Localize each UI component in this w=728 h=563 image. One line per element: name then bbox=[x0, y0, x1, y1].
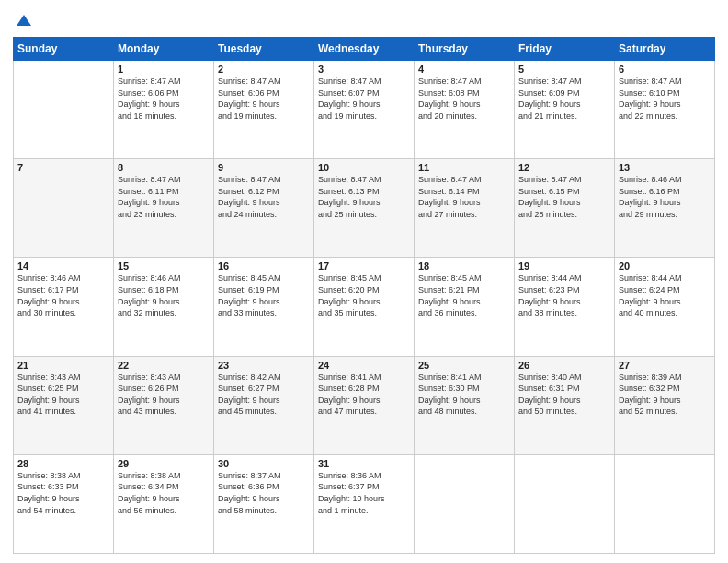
day-info: Sunrise: 8:47 AMSunset: 6:10 PMDaylight:… bbox=[619, 75, 711, 121]
calendar-cell: 22Sunrise: 8:43 AMSunset: 6:26 PMDayligh… bbox=[114, 356, 214, 454]
calendar-cell: 18Sunrise: 8:45 AMSunset: 6:21 PMDayligh… bbox=[415, 258, 515, 356]
calendar-cell: 9Sunrise: 8:47 AMSunset: 6:12 PMDaylight… bbox=[214, 159, 314, 258]
day-number: 7 bbox=[17, 162, 109, 173]
svg-marker-0 bbox=[17, 15, 31, 26]
calendar-cell: 24Sunrise: 8:41 AMSunset: 6:28 PMDayligh… bbox=[314, 356, 415, 454]
day-number: 12 bbox=[518, 162, 610, 173]
day-number: 11 bbox=[418, 162, 510, 173]
calendar-cell: 30Sunrise: 8:37 AMSunset: 6:36 PMDayligh… bbox=[214, 454, 314, 553]
logo-icon bbox=[15, 13, 33, 31]
day-number: 28 bbox=[17, 458, 109, 469]
day-number: 23 bbox=[218, 360, 310, 371]
day-info: Sunrise: 8:39 AMSunset: 6:32 PMDaylight:… bbox=[619, 372, 711, 418]
day-number: 2 bbox=[218, 63, 310, 75]
header-sunday: Sunday bbox=[14, 38, 114, 61]
day-info: Sunrise: 8:38 AMSunset: 6:33 PMDaylight:… bbox=[17, 470, 109, 516]
calendar-cell: 23Sunrise: 8:42 AMSunset: 6:27 PMDayligh… bbox=[214, 356, 314, 454]
header-tuesday: Tuesday bbox=[214, 38, 314, 61]
calendar-cell: 25Sunrise: 8:41 AMSunset: 6:30 PMDayligh… bbox=[415, 356, 515, 454]
day-number: 19 bbox=[518, 260, 610, 271]
calendar-cell: 31Sunrise: 8:36 AMSunset: 6:37 PMDayligh… bbox=[314, 454, 415, 553]
calendar-table: SundayMondayTuesdayWednesdayThursdayFrid… bbox=[13, 37, 715, 554]
day-number: 29 bbox=[118, 458, 210, 469]
calendar-header-row: SundayMondayTuesdayWednesdayThursdayFrid… bbox=[14, 38, 715, 61]
calendar-week-row: 1Sunrise: 8:47 AMSunset: 6:06 PMDaylight… bbox=[14, 61, 715, 159]
calendar-cell: 17Sunrise: 8:45 AMSunset: 6:20 PMDayligh… bbox=[314, 258, 415, 356]
calendar-week-row: 14Sunrise: 8:46 AMSunset: 6:17 PMDayligh… bbox=[14, 258, 715, 356]
day-number: 13 bbox=[619, 162, 711, 173]
day-info: Sunrise: 8:47 AMSunset: 6:12 PMDaylight:… bbox=[218, 174, 310, 220]
day-info: Sunrise: 8:45 AMSunset: 6:20 PMDaylight:… bbox=[318, 272, 410, 318]
logo bbox=[13, 13, 33, 31]
day-number: 22 bbox=[118, 360, 210, 371]
calendar-cell: 14Sunrise: 8:46 AMSunset: 6:17 PMDayligh… bbox=[14, 258, 114, 356]
day-number: 21 bbox=[17, 360, 109, 371]
day-info: Sunrise: 8:46 AMSunset: 6:18 PMDaylight:… bbox=[118, 272, 210, 318]
calendar-week-row: 21Sunrise: 8:43 AMSunset: 6:25 PMDayligh… bbox=[14, 356, 715, 454]
header-saturday: Saturday bbox=[615, 38, 715, 61]
calendar-cell bbox=[515, 454, 615, 553]
calendar-cell: 27Sunrise: 8:39 AMSunset: 6:32 PMDayligh… bbox=[615, 356, 715, 454]
header-monday: Monday bbox=[114, 38, 214, 61]
day-number: 9 bbox=[218, 162, 310, 173]
day-info: Sunrise: 8:45 AMSunset: 6:21 PMDaylight:… bbox=[418, 272, 510, 318]
day-info: Sunrise: 8:42 AMSunset: 6:27 PMDaylight:… bbox=[218, 372, 310, 418]
calendar-cell: 19Sunrise: 8:44 AMSunset: 6:23 PMDayligh… bbox=[515, 258, 615, 356]
calendar-week-row: 78Sunrise: 8:47 AMSunset: 6:11 PMDayligh… bbox=[14, 159, 715, 258]
day-info: Sunrise: 8:47 AMSunset: 6:06 PMDaylight:… bbox=[218, 75, 310, 121]
page: SundayMondayTuesdayWednesdayThursdayFrid… bbox=[0, 0, 728, 563]
day-info: Sunrise: 8:44 AMSunset: 6:24 PMDaylight:… bbox=[619, 272, 711, 318]
calendar-cell: 4Sunrise: 8:47 AMSunset: 6:08 PMDaylight… bbox=[415, 61, 515, 159]
day-info: Sunrise: 8:47 AMSunset: 6:15 PMDaylight:… bbox=[518, 174, 610, 220]
day-info: Sunrise: 8:37 AMSunset: 6:36 PMDaylight:… bbox=[218, 470, 310, 516]
calendar-cell: 7 bbox=[14, 159, 114, 258]
day-info: Sunrise: 8:36 AMSunset: 6:37 PMDaylight:… bbox=[318, 470, 410, 516]
day-info: Sunrise: 8:43 AMSunset: 6:25 PMDaylight:… bbox=[17, 372, 109, 418]
day-number: 16 bbox=[218, 260, 310, 271]
calendar-cell: 6Sunrise: 8:47 AMSunset: 6:10 PMDaylight… bbox=[615, 61, 715, 159]
calendar-cell: 15Sunrise: 8:46 AMSunset: 6:18 PMDayligh… bbox=[114, 258, 214, 356]
calendar-cell: 28Sunrise: 8:38 AMSunset: 6:33 PMDayligh… bbox=[14, 454, 114, 553]
day-info: Sunrise: 8:44 AMSunset: 6:23 PMDaylight:… bbox=[518, 272, 610, 318]
day-info: Sunrise: 8:41 AMSunset: 6:30 PMDaylight:… bbox=[418, 372, 510, 418]
day-number: 30 bbox=[218, 458, 310, 469]
calendar-cell bbox=[14, 61, 114, 159]
day-info: Sunrise: 8:47 AMSunset: 6:06 PMDaylight:… bbox=[118, 75, 210, 121]
header-friday: Friday bbox=[515, 38, 615, 61]
day-number: 31 bbox=[318, 458, 410, 469]
calendar-cell: 21Sunrise: 8:43 AMSunset: 6:25 PMDayligh… bbox=[14, 356, 114, 454]
calendar-cell: 11Sunrise: 8:47 AMSunset: 6:14 PMDayligh… bbox=[415, 159, 515, 258]
day-info: Sunrise: 8:38 AMSunset: 6:34 PMDaylight:… bbox=[118, 470, 210, 516]
calendar-cell: 26Sunrise: 8:40 AMSunset: 6:31 PMDayligh… bbox=[515, 356, 615, 454]
calendar-cell: 12Sunrise: 8:47 AMSunset: 6:15 PMDayligh… bbox=[515, 159, 615, 258]
calendar-cell bbox=[615, 454, 715, 553]
calendar-cell: 8Sunrise: 8:47 AMSunset: 6:11 PMDaylight… bbox=[114, 159, 214, 258]
day-info: Sunrise: 8:47 AMSunset: 6:14 PMDaylight:… bbox=[418, 174, 510, 220]
calendar-cell: 2Sunrise: 8:47 AMSunset: 6:06 PMDaylight… bbox=[214, 61, 314, 159]
calendar-cell: 29Sunrise: 8:38 AMSunset: 6:34 PMDayligh… bbox=[114, 454, 214, 553]
day-info: Sunrise: 8:47 AMSunset: 6:09 PMDaylight:… bbox=[518, 75, 610, 121]
day-number: 27 bbox=[619, 360, 711, 371]
day-info: Sunrise: 8:47 AMSunset: 6:08 PMDaylight:… bbox=[418, 75, 510, 121]
day-number: 6 bbox=[619, 63, 711, 75]
day-info: Sunrise: 8:46 AMSunset: 6:16 PMDaylight:… bbox=[619, 174, 711, 220]
calendar-cell: 1Sunrise: 8:47 AMSunset: 6:06 PMDaylight… bbox=[114, 61, 214, 159]
day-number: 20 bbox=[619, 260, 711, 271]
day-number: 24 bbox=[318, 360, 410, 371]
calendar-cell: 3Sunrise: 8:47 AMSunset: 6:07 PMDaylight… bbox=[314, 61, 415, 159]
calendar-cell: 13Sunrise: 8:46 AMSunset: 6:16 PMDayligh… bbox=[615, 159, 715, 258]
day-number: 4 bbox=[418, 63, 510, 75]
day-info: Sunrise: 8:40 AMSunset: 6:31 PMDaylight:… bbox=[518, 372, 610, 418]
day-info: Sunrise: 8:43 AMSunset: 6:26 PMDaylight:… bbox=[118, 372, 210, 418]
day-number: 14 bbox=[17, 260, 109, 271]
day-number: 26 bbox=[518, 360, 610, 371]
day-info: Sunrise: 8:47 AMSunset: 6:07 PMDaylight:… bbox=[318, 75, 410, 121]
header bbox=[13, 9, 715, 31]
day-number: 8 bbox=[118, 162, 210, 173]
calendar-cell: 16Sunrise: 8:45 AMSunset: 6:19 PMDayligh… bbox=[214, 258, 314, 356]
day-info: Sunrise: 8:47 AMSunset: 6:13 PMDaylight:… bbox=[318, 174, 410, 220]
header-thursday: Thursday bbox=[415, 38, 515, 61]
day-number: 5 bbox=[518, 63, 610, 75]
calendar-cell: 5Sunrise: 8:47 AMSunset: 6:09 PMDaylight… bbox=[515, 61, 615, 159]
day-number: 10 bbox=[318, 162, 410, 173]
